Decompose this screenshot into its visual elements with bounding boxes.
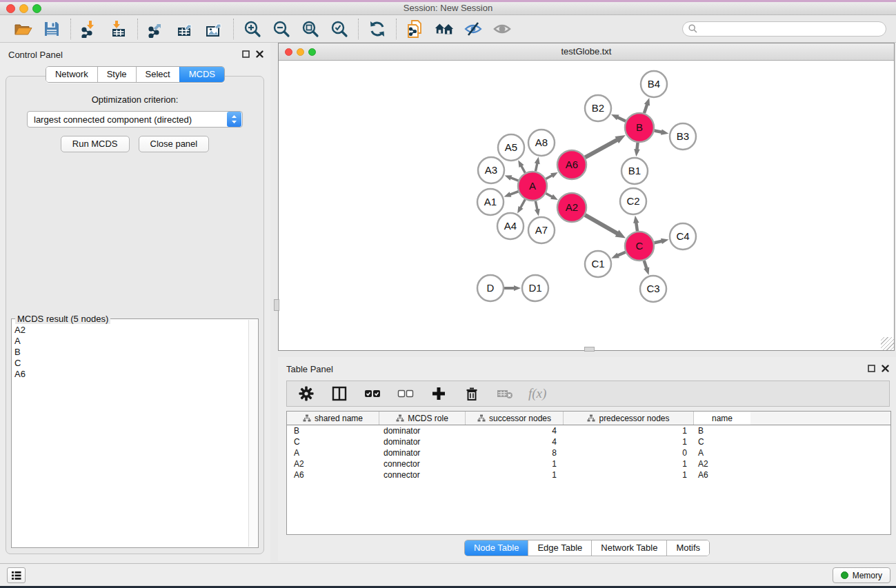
tab-network[interactable]: Network [46, 67, 97, 82]
search-icon [688, 24, 697, 33]
graph-edge-A-A4[interactable] [520, 199, 525, 207]
table-row[interactable]: A2connector11A2 [287, 458, 890, 469]
table-cell: 8 [466, 448, 564, 458]
table-row[interactable]: Adominator80A [287, 447, 890, 458]
show-panel-eye-icon[interactable] [492, 19, 512, 39]
memory-button[interactable]: Memory [833, 567, 890, 583]
network-canvas[interactable]: AA6A2BCA5A8A3A1A4A7B2B4B3B1C2C1C4C3DD1 [279, 61, 894, 350]
import-table-icon[interactable] [109, 19, 128, 39]
show-columns-icon[interactable] [330, 384, 349, 403]
graph-edge-A-A7[interactable] [535, 201, 537, 210]
graph-edge-A-A8[interactable] [535, 163, 537, 171]
tab-motifs[interactable]: Motifs [666, 540, 709, 556]
open-session-icon[interactable] [13, 19, 32, 39]
memory-status-dot [841, 571, 848, 579]
graph-edge-C-C4[interactable] [654, 241, 661, 243]
graph-edge-B-B2[interactable] [617, 117, 626, 121]
task-history-button[interactable] [7, 567, 26, 583]
graph-edge-A-A1[interactable] [510, 192, 518, 195]
tab-node-table[interactable]: Node Table [465, 540, 528, 556]
graph-edge-B-B1[interactable] [637, 143, 637, 150]
table-row[interactable]: Cdominator41C [287, 436, 890, 447]
graph-edge-A-A3[interactable] [510, 178, 518, 181]
save-session-icon[interactable] [42, 19, 61, 39]
table-settings-gear-icon[interactable] [297, 384, 316, 403]
minimize-network-button[interactable] [297, 48, 304, 56]
column-header-predecessor-nodes[interactable]: predecessor nodes [564, 412, 694, 425]
home-networks-icon[interactable] [435, 19, 454, 39]
delete-table-icon[interactable] [495, 384, 515, 403]
import-network-icon[interactable] [80, 19, 99, 39]
table-row[interactable]: Bdominator41B [287, 425, 890, 436]
run-mcds-button[interactable]: Run MCDS [61, 136, 130, 152]
refresh-network-icon[interactable] [368, 19, 387, 39]
mcds-result-item[interactable]: B [14, 347, 248, 358]
tab-select[interactable]: Select [136, 67, 179, 82]
mcds-result-item[interactable]: A6 [14, 369, 248, 380]
bottom-splitter-handle[interactable] [584, 347, 595, 352]
graph-edge-C-C3[interactable] [644, 261, 647, 269]
optimization-criterion-dropdown[interactable]: largest connected component (directed) [27, 111, 243, 128]
window-controls [6, 4, 41, 13]
tab-edge-table[interactable]: Edge Table [528, 540, 591, 556]
function-builder-icon[interactable]: f(x) [528, 386, 546, 401]
network-window-titlebar[interactable]: testGlobe.txt [279, 43, 894, 61]
graph-edge-A-A5[interactable] [521, 165, 526, 173]
column-header-shared-name[interactable]: shared name [287, 412, 379, 425]
resize-grip[interactable] [881, 337, 894, 350]
close-panel-button[interactable]: Close panel [139, 136, 210, 152]
graph-edge-B-B3[interactable] [655, 130, 662, 132]
zoom-in-icon[interactable] [243, 19, 262, 39]
add-column-plus-icon[interactable] [429, 384, 448, 403]
zoom-out-icon[interactable] [272, 19, 291, 39]
graph-edge-A-A2[interactable] [546, 194, 552, 197]
table-row[interactable]: A6connector11A6 [287, 469, 890, 480]
graph-edge-A-A6[interactable] [546, 175, 552, 179]
export-table-icon[interactable] [176, 19, 195, 39]
graph-edge-A6-B[interactable] [585, 140, 617, 158]
graph-edge-arrowhead [644, 98, 650, 106]
zoom-window-button[interactable] [32, 4, 41, 13]
close-window-button[interactable] [6, 4, 15, 13]
graph-edge-B-B4[interactable] [644, 104, 647, 113]
graph-edge-A2-C[interactable] [585, 215, 617, 234]
graph-node-label: B1 [628, 165, 641, 176]
mcds-result-item[interactable]: A2 [14, 325, 248, 336]
table-tab-bar: Node Table Edge Table Network Table Moti… [464, 540, 710, 556]
tab-style[interactable]: Style [97, 67, 136, 82]
export-image-icon[interactable] [205, 19, 224, 39]
network-view-window: testGlobe.txt AA6A2BCA5A8A3A1A4A7B2B4B3B… [278, 43, 895, 351]
mcds-result-item[interactable]: A [14, 336, 248, 347]
search-field[interactable] [682, 21, 886, 37]
network-graph[interactable]: AA6A2BCA5A8A3A1A4A7B2B4B3B1C2C1C4C3DD1 [279, 61, 894, 351]
tab-network-table[interactable]: Network Table [591, 540, 666, 556]
graph-edge-C-C1[interactable] [617, 252, 626, 256]
mcds-result-item[interactable]: C [14, 358, 248, 369]
export-network-icon[interactable] [147, 19, 166, 39]
minimize-window-button[interactable] [19, 4, 28, 13]
delete-column-trash-icon[interactable] [462, 384, 481, 403]
hide-panel-eye-icon[interactable] [464, 19, 483, 39]
float-panel-icon[interactable] [242, 50, 250, 58]
graph-edge-C-C2[interactable] [636, 223, 637, 232]
zoom-fit-icon[interactable] [301, 19, 320, 39]
tab-mcds[interactable]: MCDS [179, 67, 224, 82]
mcds-result-list[interactable]: A2ABCA6 [14, 325, 248, 546]
node-table[interactable]: shared nameMCDS rolesuccessor nodesprede… [286, 411, 891, 535]
left-splitter-handle[interactable] [274, 299, 279, 311]
column-header-MCDS-role[interactable]: MCDS role [379, 412, 466, 425]
graph-node-label: A4 [504, 220, 517, 232]
search-input[interactable] [701, 24, 880, 34]
duplicate-network-icon[interactable] [406, 19, 425, 39]
select-all-icon[interactable] [363, 384, 382, 403]
column-header-name[interactable]: name [694, 412, 750, 425]
zoom-network-button[interactable] [308, 48, 316, 56]
unselect-all-icon[interactable] [396, 384, 415, 403]
close-panel-icon[interactable] [882, 365, 889, 372]
close-panel-icon[interactable] [256, 50, 263, 58]
column-header-successor-nodes[interactable]: successor nodes [466, 412, 564, 425]
mcds-result-scrollbar[interactable] [248, 320, 257, 547]
zoom-selected-icon[interactable] [330, 19, 349, 39]
close-network-button[interactable] [285, 48, 292, 56]
float-panel-icon[interactable] [868, 365, 875, 372]
